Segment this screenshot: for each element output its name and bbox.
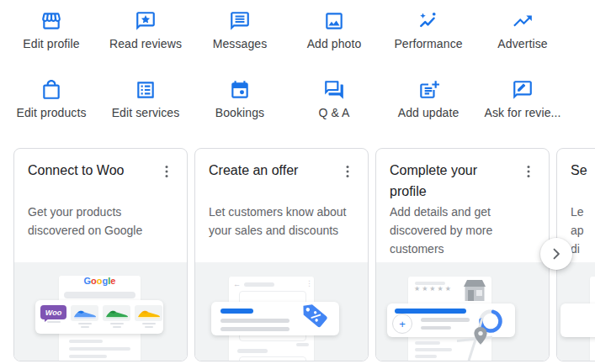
- card-title: Se: [571, 160, 595, 181]
- quick-action-edit-products[interactable]: Edit products: [4, 79, 98, 119]
- products-strip: Woo: [35, 300, 163, 334]
- card-title: Create an offer: [209, 160, 331, 181]
- review-star-bubble-icon: [135, 10, 157, 32]
- product-slot: [71, 305, 98, 328]
- quick-action-label: Q & A: [318, 106, 349, 119]
- add-photo-icon: [323, 10, 345, 32]
- text-placeholder: [415, 348, 452, 351]
- text-placeholder: [78, 323, 92, 324]
- search-bar-placeholder: [64, 292, 135, 298]
- card-description: Add details and get discovered by more c…: [390, 203, 537, 258]
- quick-action-label: Add update: [398, 106, 460, 119]
- question-answer-icon: [323, 79, 345, 101]
- card-create-an-offer[interactable]: Create an offer Let customers know about…: [194, 148, 369, 361]
- text-placeholder: [69, 347, 130, 351]
- quick-action-label: Advertise: [497, 37, 547, 50]
- quick-action-label: Add photo: [307, 37, 362, 50]
- quick-action-label: Messages: [213, 37, 268, 50]
- trending-up-icon: [512, 10, 534, 32]
- card-description: Le ap di: [571, 203, 595, 258]
- woocommerce-logo: Woo: [40, 305, 66, 319]
- quick-action-label: Edit profile: [23, 37, 79, 50]
- rating-stars-placeholder: ★★★★★: [414, 285, 453, 293]
- storefront-icon: [40, 10, 62, 32]
- title-placeholder: [220, 309, 253, 314]
- text-placeholder: [220, 327, 290, 331]
- card-title: Complete your profile: [390, 160, 512, 202]
- quick-action-performance[interactable]: Performance: [381, 10, 475, 50]
- text-placeholder: [220, 319, 290, 323]
- kebab-menu-icon[interactable]: [338, 161, 357, 182]
- quick-action-label: Performance: [394, 37, 462, 50]
- quick-action-label: Edit products: [16, 106, 86, 119]
- post-add-icon: [417, 79, 439, 101]
- progress-bar: [395, 309, 466, 314]
- storefront-placeholder-icon: [462, 279, 487, 303]
- text-placeholder: [113, 326, 121, 328]
- snippet-partial: [560, 303, 595, 337]
- card-title: Connect to Woo: [28, 160, 150, 181]
- text-placeholder: [110, 323, 124, 324]
- card-illustration-partial: [557, 262, 595, 361]
- quick-action-advertise[interactable]: Advertise: [475, 10, 570, 50]
- offer-snippet: [211, 302, 339, 335]
- map-with-pin: [457, 319, 492, 361]
- card-description: Get your products discovered on Google: [28, 203, 175, 240]
- quick-action-ask-for-reviews[interactable]: Ask for revie...: [475, 79, 570, 119]
- quick-action-add-update[interactable]: Add update: [381, 79, 475, 119]
- shopping-bag-icon: [40, 79, 62, 101]
- quick-action-qa[interactable]: Q & A: [287, 79, 381, 119]
- card-description: Let customers know about your sales and …: [209, 203, 356, 240]
- quick-action-bookings[interactable]: Bookings: [193, 79, 287, 119]
- text-placeholder: [415, 355, 437, 358]
- calendar-icon: [229, 79, 251, 101]
- form-field-placeholder: [239, 356, 306, 361]
- ask-review-icon: [512, 79, 534, 101]
- text-placeholder: [415, 341, 440, 345]
- chevron-right-icon: [548, 245, 565, 262]
- recommendation-cards-carousel: Connect to Woo Get your products discove…: [13, 148, 595, 361]
- text-placeholder: [69, 340, 103, 343]
- text-placeholder: [296, 343, 309, 346]
- quick-action-edit-services[interactable]: Edit services: [98, 79, 193, 119]
- text-placeholder: [81, 326, 89, 328]
- quick-action-label: Bookings: [215, 106, 264, 119]
- product-tile: [103, 305, 130, 321]
- performance-sparkline-icon: [417, 10, 439, 32]
- quick-action-label: Edit services: [112, 106, 180, 119]
- product-slot: [103, 305, 130, 328]
- product-tile: [71, 305, 98, 321]
- services-list-icon: [135, 79, 157, 101]
- woo-product-slot: Woo: [40, 305, 66, 323]
- add-circle-icon: +: [392, 314, 412, 334]
- quick-action-read-reviews[interactable]: Read reviews: [98, 10, 193, 50]
- card-connect-to-woo[interactable]: Connect to Woo Get your products discove…: [13, 148, 188, 361]
- text-placeholder: [145, 326, 153, 328]
- card-illustration-woocommerce: Google Woo: [14, 262, 187, 361]
- kebab-placeholder: ⋮: [305, 279, 313, 288]
- quick-action-label: Ask for revie...: [484, 106, 560, 119]
- price-tag-icon: [295, 296, 336, 336]
- text-placeholder: [421, 326, 451, 330]
- product-tile: [135, 305, 162, 321]
- kebab-menu-icon[interactable]: [519, 161, 538, 182]
- carousel-next-button[interactable]: [540, 238, 572, 270]
- card-illustration-offer: ← ⋮: [195, 262, 368, 361]
- quick-action-add-photo[interactable]: Add photo: [287, 10, 381, 50]
- text-placeholder: [244, 282, 274, 287]
- product-slot: [135, 305, 162, 328]
- google-logo: Google: [59, 276, 141, 286]
- text-placeholder: [69, 355, 107, 358]
- card-complete-your-profile[interactable]: Complete your profile Add details and ge…: [375, 148, 550, 361]
- quick-actions-row-1: Edit profile Read reviews Messages Add p…: [4, 10, 570, 50]
- text-placeholder: [142, 323, 156, 324]
- quick-action-edit-profile[interactable]: Edit profile: [4, 10, 98, 50]
- messages-bubble-icon: [229, 10, 251, 32]
- quick-actions-row-2: Edit products Edit services Bookings Q &…: [4, 79, 570, 119]
- profile-snippet: +: [387, 303, 515, 337]
- kebab-menu-icon[interactable]: [157, 161, 176, 182]
- back-arrow-placeholder: ←: [233, 280, 241, 288]
- quick-action-messages[interactable]: Messages: [193, 10, 287, 50]
- text-placeholder: [237, 349, 268, 353]
- quick-action-label: Read reviews: [109, 37, 182, 50]
